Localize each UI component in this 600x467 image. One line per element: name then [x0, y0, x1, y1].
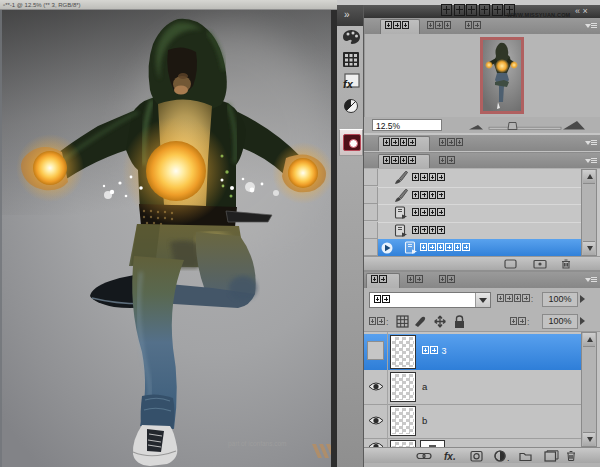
svg-text:fx.: fx.: [444, 451, 456, 462]
svg-text:.: .: [507, 453, 510, 462]
svg-text:part of iconfans.com: part of iconfans.com: [228, 440, 287, 448]
svg-text:fx: fx: [343, 78, 354, 90]
